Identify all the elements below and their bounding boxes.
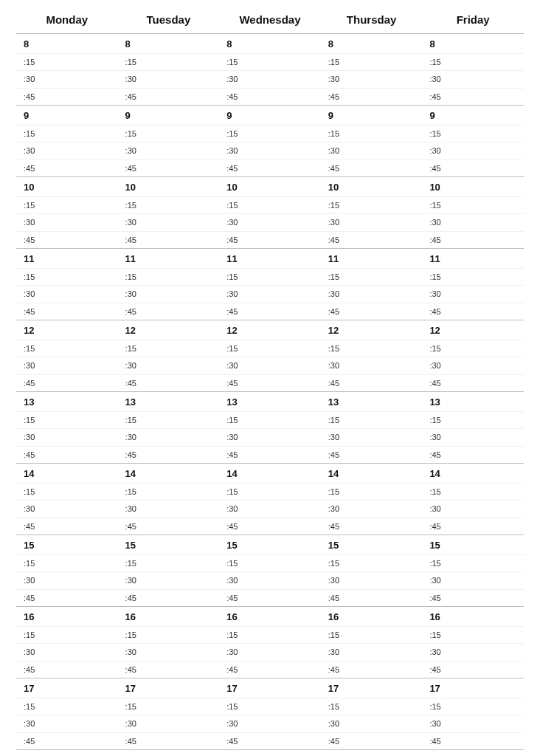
time-row-hour: 1515151515: [16, 535, 524, 555]
minute-label: :45: [422, 662, 524, 678]
minute-label: :15: [422, 412, 524, 429]
hour-block: 1515151515:15:15:15:15:15:30:30:30:30:30…: [16, 535, 524, 607]
minute-label: :15: [219, 126, 321, 142]
minute-label: :30: [422, 429, 524, 446]
hour-label: 12: [422, 320, 524, 340]
minute-label: :45: [118, 590, 220, 607]
minute-label: :15: [118, 340, 220, 357]
minute-label: :45: [422, 375, 524, 392]
minute-label: :15: [422, 698, 524, 715]
hour-label: 15: [118, 535, 220, 554]
hour-label: 16: [321, 607, 423, 626]
time-row-minute: :30:30:30:30:30: [16, 429, 524, 447]
time-row-minute: :15:15:15:15:15: [16, 484, 524, 501]
hour-label: 12: [219, 320, 321, 340]
time-row-hour: 1313131313: [16, 392, 524, 412]
time-row-minute: :15:15:15:15:15: [16, 698, 524, 716]
hour-label: 11: [422, 249, 524, 268]
hour-label: 13: [321, 392, 423, 411]
hour-label: 8: [321, 34, 423, 53]
hour-label: 10: [422, 177, 524, 196]
hour-label: 10: [118, 177, 220, 196]
minute-label: :15: [16, 412, 118, 429]
time-row-minute: :15:15:15:15:15: [16, 54, 524, 72]
minute-label: :45: [16, 89, 118, 106]
hour-label: 18: [219, 750, 321, 756]
minute-label: :30: [321, 644, 423, 661]
minute-label: :30: [422, 357, 524, 374]
hour-block: 1313131313:15:15:15:15:15:30:30:30:30:30…: [16, 392, 524, 464]
time-row-hour: 1616161616: [16, 607, 524, 627]
time-row-minute: :45:45:45:45:45: [16, 303, 524, 320]
minute-label: :45: [118, 733, 220, 750]
minute-label: :15: [219, 698, 321, 715]
hour-label: 14: [422, 464, 524, 483]
minute-label: :30: [118, 572, 220, 589]
minute-label: :15: [118, 555, 220, 572]
time-row-minute: :15:15:15:15:15: [16, 126, 524, 143]
minute-label: :45: [16, 447, 118, 464]
minute-label: :30: [16, 286, 118, 303]
minute-label: :45: [321, 662, 423, 678]
minute-label: :30: [219, 142, 321, 159]
minute-label: :45: [16, 662, 118, 678]
day-header: Tuesday: [118, 9, 220, 33]
minute-label: :15: [16, 484, 118, 501]
hour-label: 16: [118, 607, 220, 626]
hour-block: 1414141414:15:15:15:15:15:30:30:30:30:30…: [16, 464, 524, 535]
minute-label: :15: [219, 54, 321, 71]
time-row-minute: :30:30:30:30:30: [16, 286, 524, 303]
minute-label: :30: [219, 71, 321, 88]
minute-label: :45: [422, 733, 524, 750]
hour-label: 15: [321, 535, 423, 554]
time-row-minute: :15:15:15:15:15: [16, 555, 524, 573]
minute-label: :45: [321, 160, 423, 177]
day-header: Friday: [422, 9, 524, 33]
minute-label: :15: [118, 54, 220, 71]
hour-label: 15: [422, 535, 524, 554]
minute-label: :15: [422, 269, 524, 286]
minute-label: :45: [422, 160, 524, 177]
minute-label: :15: [118, 269, 220, 286]
minute-label: :15: [118, 627, 220, 644]
minute-label: :15: [219, 555, 321, 572]
hour-label: 16: [219, 607, 321, 626]
minute-label: :30: [219, 429, 321, 446]
hour-label: 8: [219, 34, 321, 53]
minute-label: :45: [422, 232, 524, 249]
hour-block: 99999:15:15:15:15:15:30:30:30:30:30:45:4…: [16, 106, 524, 177]
minute-label: :30: [219, 644, 321, 661]
minute-label: :45: [16, 518, 118, 535]
minute-label: :15: [16, 698, 118, 715]
hour-label: 12: [118, 320, 220, 340]
minute-label: :30: [321, 71, 423, 88]
time-row-minute: :30:30:30:30:30: [16, 501, 524, 518]
minute-label: :30: [321, 357, 423, 374]
time-row-hour: 1414141414: [16, 464, 524, 484]
time-row-minute: :15:15:15:15:15: [16, 627, 524, 645]
minute-label: :30: [422, 71, 524, 88]
time-row-minute: :30:30:30:30:30: [16, 715, 524, 733]
hour-label: 11: [16, 249, 118, 268]
minute-label: :30: [118, 71, 220, 88]
minute-label: :15: [422, 126, 524, 142]
hour-label: 13: [219, 392, 321, 411]
time-row-minute: :45:45:45:45:45: [16, 733, 524, 750]
minute-label: :45: [16, 232, 118, 249]
minute-label: :30: [321, 572, 423, 589]
minute-label: :45: [321, 518, 423, 535]
minute-label: :45: [118, 232, 220, 249]
minute-label: :45: [219, 662, 321, 678]
minute-label: :15: [321, 627, 423, 644]
minute-label: :30: [422, 644, 524, 661]
minute-label: :30: [16, 214, 118, 231]
minute-label: :30: [219, 357, 321, 374]
minute-label: :30: [16, 71, 118, 88]
minute-label: :30: [422, 501, 524, 518]
minute-label: :15: [16, 269, 118, 286]
hour-label: 9: [219, 106, 321, 125]
minute-label: :30: [219, 572, 321, 589]
minute-label: :45: [118, 662, 220, 678]
minute-label: :45: [118, 89, 220, 106]
hour-label: 10: [219, 177, 321, 196]
